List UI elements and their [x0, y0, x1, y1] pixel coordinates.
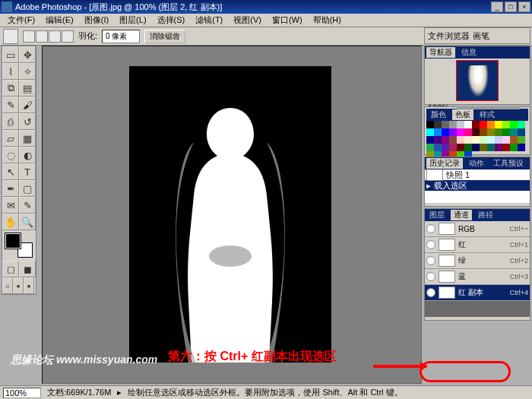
- menu-layer[interactable]: 图层(L): [115, 14, 150, 27]
- swatch[interactable]: [472, 144, 480, 151]
- swatch[interactable]: [472, 121, 480, 128]
- swatch[interactable]: [442, 136, 449, 144]
- status-zoom[interactable]: 100%: [3, 388, 41, 398]
- crop-tool[interactable]: ⧉: [2, 80, 19, 97]
- eyedropper-tool[interactable]: ✎: [19, 197, 36, 214]
- minimize-button[interactable]: _: [491, 2, 503, 12]
- shape-tool[interactable]: ▢: [19, 180, 36, 197]
- tab-info[interactable]: 信息: [458, 47, 480, 58]
- tab-toolpresets[interactable]: 工具预设: [490, 158, 527, 169]
- canvas[interactable]: [129, 66, 331, 363]
- menu-help[interactable]: 帮助(H): [309, 14, 346, 27]
- swatch[interactable]: [442, 144, 449, 151]
- swatch[interactable]: [472, 136, 480, 144]
- swatch[interactable]: [434, 128, 442, 136]
- marquee-tool[interactable]: ▭: [2, 46, 19, 63]
- pen-tool[interactable]: ✒: [2, 180, 19, 197]
- feather-input[interactable]: 0 像素: [102, 30, 140, 43]
- tab-brushes[interactable]: 画笔: [473, 30, 489, 42]
- swatch[interactable]: [480, 128, 487, 136]
- slice-tool[interactable]: ▤: [19, 80, 36, 97]
- tab-actions[interactable]: 动作: [466, 158, 487, 169]
- tab-channels[interactable]: 通道: [451, 210, 472, 220]
- channel-row[interactable]: RGBCtrl+~: [425, 221, 530, 237]
- swatch[interactable]: [464, 144, 472, 151]
- swatch[interactable]: [480, 121, 487, 128]
- swatch[interactable]: [464, 121, 472, 128]
- swatch[interactable]: [487, 128, 495, 136]
- swatch[interactable]: [502, 136, 510, 144]
- navigator-thumbnail[interactable]: [456, 60, 499, 101]
- swatch[interactable]: [518, 136, 525, 144]
- channel-row[interactable]: 👁红 副本Ctrl+4: [425, 285, 530, 301]
- tab-navigator[interactable]: 导航器: [426, 47, 455, 58]
- swatch[interactable]: [510, 128, 518, 136]
- swatch[interactable]: [449, 136, 457, 144]
- lasso-icon[interactable]: [3, 29, 18, 44]
- swatch[interactable]: [480, 144, 487, 151]
- menu-image[interactable]: 图像(I): [80, 14, 113, 27]
- swatch-grid[interactable]: [426, 121, 528, 159]
- swatch[interactable]: [449, 144, 457, 151]
- brush-tool[interactable]: 🖌: [19, 97, 36, 113]
- swatch[interactable]: [457, 121, 464, 128]
- swatch[interactable]: [434, 144, 442, 151]
- swatch[interactable]: [464, 136, 472, 144]
- lasso-tool[interactable]: ⌇: [2, 63, 19, 80]
- swatch[interactable]: [480, 136, 487, 144]
- swatch[interactable]: [426, 144, 434, 151]
- close-button[interactable]: ×: [518, 2, 530, 12]
- tab-color[interactable]: 颜色: [428, 109, 449, 120]
- swatch[interactable]: [510, 144, 518, 151]
- swatch[interactable]: [502, 121, 510, 128]
- swatch[interactable]: [472, 128, 480, 136]
- type-tool[interactable]: T: [19, 163, 36, 180]
- tab-filebrowser[interactable]: 文件浏览器: [428, 30, 470, 42]
- gradient-tool[interactable]: ▦: [19, 130, 36, 147]
- swatch[interactable]: [457, 128, 464, 136]
- hand-tool[interactable]: ✋: [2, 214, 19, 230]
- swatch[interactable]: [495, 136, 502, 144]
- swatch[interactable]: [426, 136, 434, 144]
- swatch[interactable]: [457, 136, 464, 144]
- swatch[interactable]: [434, 136, 442, 144]
- visibility-icon[interactable]: [426, 240, 435, 249]
- stamp-tool[interactable]: ⎙: [2, 113, 19, 130]
- swatch[interactable]: [464, 128, 472, 136]
- swatch[interactable]: [518, 144, 525, 151]
- quickmask-off[interactable]: ◻: [2, 261, 19, 277]
- menu-view[interactable]: 视图(V): [229, 14, 266, 27]
- path-tool[interactable]: ↖: [2, 163, 19, 180]
- swatch[interactable]: [442, 121, 449, 128]
- maximize-button[interactable]: □: [505, 2, 517, 12]
- channel-row[interactable]: 红Ctrl+1: [425, 237, 530, 253]
- screenmode-2[interactable]: ▪: [13, 277, 24, 294]
- swatch[interactable]: [495, 144, 502, 151]
- swatch[interactable]: [457, 144, 464, 151]
- selmode-sub-icon[interactable]: [49, 30, 61, 43]
- heal-tool[interactable]: ✎: [2, 97, 19, 113]
- antialias-toggle[interactable]: 消除锯齿: [144, 30, 185, 43]
- history-snapshot[interactable]: 快照 1: [425, 169, 530, 180]
- screenmode-1[interactable]: ▫: [2, 277, 13, 294]
- swatch[interactable]: [495, 121, 502, 128]
- menu-select[interactable]: 选择(S): [153, 14, 190, 27]
- tab-history[interactable]: 历史记录: [426, 158, 463, 169]
- zoom-tool[interactable]: 🔍: [19, 214, 36, 230]
- quickmask-on[interactable]: ◼: [19, 261, 36, 277]
- swatch[interactable]: [495, 128, 502, 136]
- swatch[interactable]: [518, 128, 525, 136]
- zoom-slider[interactable]: [457, 106, 521, 109]
- eraser-tool[interactable]: ▱: [2, 130, 19, 147]
- swatch[interactable]: [502, 144, 510, 151]
- swatch[interactable]: [510, 121, 518, 128]
- tab-styles[interactable]: 样式: [477, 109, 498, 120]
- tab-swatches[interactable]: 色板: [452, 109, 473, 120]
- tab-layers[interactable]: 图层: [426, 210, 448, 220]
- visibility-icon[interactable]: [426, 256, 435, 265]
- menu-filter[interactable]: 滤镜(T): [191, 14, 227, 27]
- swatch[interactable]: [518, 121, 525, 128]
- visibility-icon[interactable]: [426, 224, 435, 233]
- menu-edit[interactable]: 编辑(E): [41, 14, 78, 27]
- swatch[interactable]: [487, 121, 495, 128]
